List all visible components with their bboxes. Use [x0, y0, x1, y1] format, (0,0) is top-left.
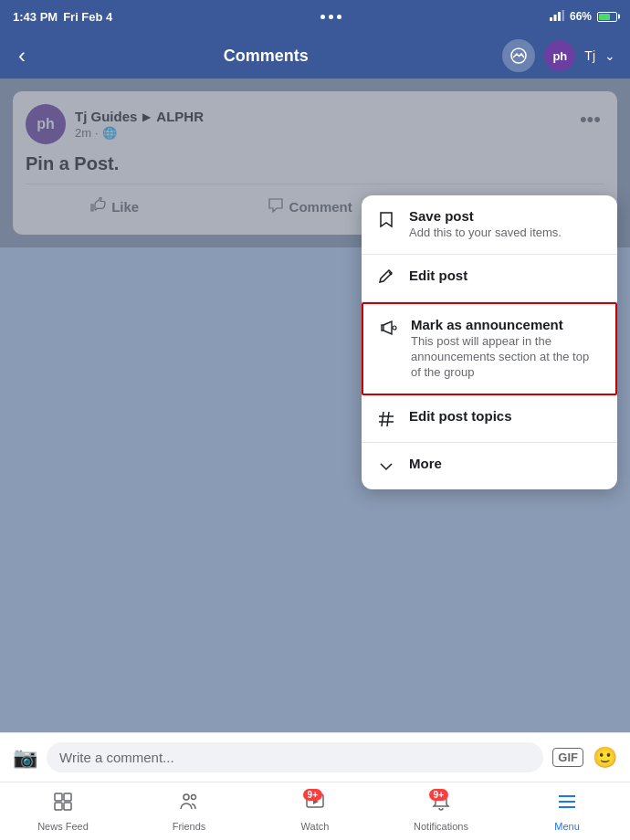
status-right: 66%	[550, 10, 617, 24]
tab-news-feed[interactable]: News Feed	[0, 787, 126, 835]
tab-notifications[interactable]: 9+ Notifications	[378, 787, 504, 835]
friends-icon	[178, 791, 200, 818]
time-display: 1:43 PM	[13, 10, 58, 24]
edit-icon	[376, 268, 396, 289]
menu-text-announcement: Mark as announcement This post will appe…	[411, 317, 601, 381]
menu-text-edit-post: Edit post	[409, 268, 467, 283]
camera-icon[interactable]: 📷	[13, 746, 37, 770]
svg-rect-0	[550, 17, 552, 21]
news-feed-icon	[52, 791, 74, 818]
tab-friends[interactable]: Friends	[126, 787, 252, 835]
announcement-icon	[378, 318, 398, 338]
nav-title: Comments	[224, 47, 309, 66]
menu-title-edit-topics: Edit post topics	[409, 408, 512, 424]
tab-menu[interactable]: Menu	[504, 787, 630, 835]
menu-title-announcement: Mark as announcement	[411, 317, 601, 332]
comment-input[interactable]: Write a comment...	[47, 742, 543, 772]
svg-line-7	[387, 412, 389, 426]
battery-level: 66%	[570, 10, 592, 23]
svg-rect-2	[558, 12, 561, 21]
battery-icon	[597, 12, 617, 22]
svg-line-6	[382, 412, 383, 426]
menu-subtitle-announcement: This post will appear in the announcemen…	[411, 334, 601, 381]
signal-icon	[550, 10, 564, 24]
notifications-badge: 9+	[429, 789, 448, 801]
chevron-down-icon	[376, 457, 396, 477]
menu-item-more[interactable]: More	[362, 443, 617, 489]
menu-label: Menu	[554, 821, 580, 832]
svg-rect-12	[55, 803, 62, 810]
comment-actions: GIF 🙂	[552, 746, 617, 770]
nav-bar: ‹ Comments ph Tj ⌄	[0, 33, 630, 79]
dropdown-menu: Save post Add this to your saved items. …	[362, 195, 617, 489]
menu-item-edit-topics[interactable]: Edit post topics	[362, 395, 617, 443]
hashtag-icon	[376, 409, 396, 429]
avatar-initials: ph	[552, 49, 567, 63]
date-display: Fri Feb 4	[63, 10, 112, 24]
menu-title-more: More	[409, 456, 442, 471]
svg-rect-13	[64, 803, 71, 810]
svg-point-5	[393, 326, 396, 330]
menu-text-more: More	[409, 456, 442, 471]
svg-point-14	[184, 794, 189, 800]
messenger-button[interactable]	[502, 39, 535, 72]
menu-item-save-post[interactable]: Save post Add this to your saved items.	[362, 195, 617, 255]
svg-rect-3	[562, 10, 564, 21]
watch-badge: 9+	[303, 789, 322, 801]
user-name: Tj	[584, 48, 595, 63]
gif-button[interactable]: GIF	[552, 748, 583, 767]
menu-title-save-post: Save post	[409, 208, 562, 224]
nav-chevron-icon[interactable]: ⌄	[604, 48, 615, 63]
tab-bar: News Feed Friends 9+ Watch 9+	[0, 782, 630, 840]
bookmark-icon	[376, 209, 396, 229]
svg-point-15	[192, 795, 196, 800]
comment-bar: 📷 Write a comment... GIF 🙂	[0, 732, 630, 782]
status-bar: 1:43 PM Fri Feb 4 66%	[0, 0, 630, 33]
menu-text-edit-topics: Edit post topics	[409, 408, 512, 424]
friends-label: Friends	[173, 821, 206, 832]
user-avatar[interactable]: ph	[544, 40, 575, 71]
menu-item-mark-announcement[interactable]: Mark as announcement This post will appe…	[362, 302, 617, 395]
nav-right: ph Tj ⌄	[502, 39, 615, 72]
status-left: 1:43 PM Fri Feb 4	[13, 10, 112, 24]
notifications-label: Notifications	[414, 821, 468, 832]
menu-title-edit-post: Edit post	[409, 268, 467, 283]
menu-text-save-post: Save post Add this to your saved items.	[409, 208, 562, 241]
post-area: ph Tj Guides ▶ ALPHR 2m · 🌐 ••• Pi	[0, 79, 630, 247]
dots-indicator	[320, 15, 341, 19]
watch-label: Watch	[301, 821, 330, 832]
svg-rect-1	[553, 15, 556, 21]
menu-subtitle-save-post: Add this to your saved items.	[409, 226, 562, 241]
back-button[interactable]: ‹	[15, 39, 29, 72]
menu-item-edit-post[interactable]: Edit post	[362, 255, 617, 302]
svg-rect-11	[64, 793, 71, 801]
menu-icon	[556, 791, 578, 818]
svg-rect-10	[55, 793, 62, 801]
tab-watch[interactable]: 9+ Watch	[252, 787, 378, 835]
comment-placeholder: Write a comment...	[59, 750, 174, 765]
news-feed-label: News Feed	[37, 821, 89, 832]
emoji-button[interactable]: 🙂	[593, 746, 617, 770]
